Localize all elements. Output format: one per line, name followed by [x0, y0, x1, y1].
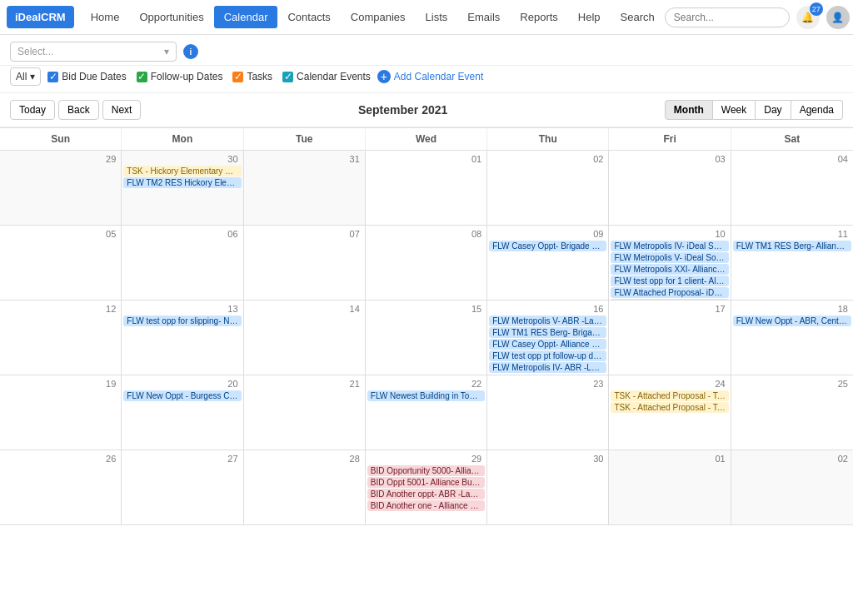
calendar-cell[interactable]: 10FLW Metropolis IV- iDeal Software...FL… — [609, 226, 731, 301]
view-week-button[interactable]: Week — [713, 100, 756, 120]
back-button[interactable]: Back — [58, 100, 99, 120]
nav-right: 🔔 27 👤 ⏻ — [665, 6, 853, 29]
calendar-cell[interactable]: 28 — [244, 450, 366, 525]
calendar-cell[interactable]: 22FLW Newest Building in Town- Alli... — [366, 375, 487, 450]
calendar-cell[interactable]: 30 — [487, 450, 609, 525]
date-number: 01 — [367, 152, 485, 166]
calendar-cell[interactable]: 06 — [122, 226, 243, 301]
calendar-cell[interactable]: 31 — [244, 151, 366, 226]
nav-item-emails[interactable]: Emails — [457, 6, 510, 28]
calendar-cell[interactable]: 20FLW New Oppt - Burgess Constru... — [122, 375, 243, 450]
calendar-cell[interactable]: 24TSK - Attached Proposal - Task ...TSK … — [609, 375, 731, 450]
checkbox-bid-due-dates[interactable]: ✓Bid Due Dates — [47, 71, 126, 82]
calendar-cell[interactable]: 04 — [731, 151, 853, 226]
calendar-cell[interactable]: 12 — [0, 301, 122, 375]
calendar-cell[interactable]: 09FLW Casey Oppt- Brigade General... — [487, 226, 609, 301]
nav-item-companies[interactable]: Companies — [341, 6, 416, 28]
nav-item-opportunities[interactable]: Opportunities — [129, 6, 213, 28]
calendar-event[interactable]: FLW TM1 RES Berg- Brigade Gene... — [489, 327, 606, 338]
checkbox-follow-up-dates[interactable]: ✓Follow-up Dates — [137, 71, 223, 82]
calendar-event[interactable]: TSK - Attached Proposal - Task ... — [611, 390, 728, 401]
nav-item-help[interactable]: Help — [568, 6, 611, 28]
date-number: 30 — [489, 452, 606, 465]
calendar-event[interactable]: FLW Metropolis V- ABR -Laura A — [489, 315, 606, 326]
calendar-event[interactable]: FLW TM1 RES Berg- Alliance Build... — [733, 241, 851, 251]
calendar-event[interactable]: BID Oppt 5001- Alliance Builders -... — [367, 477, 485, 488]
nav-item-home[interactable]: Home — [81, 6, 130, 28]
filter-all-select[interactable]: All ▾ — [10, 67, 41, 86]
calendar-event[interactable]: FLW test opp for slipping- New C... — [123, 315, 241, 326]
calendar-cell[interactable]: 18FLW New Oppt - ABR, Centron -La... — [731, 301, 853, 375]
nav-item-reports[interactable]: Reports — [510, 6, 568, 28]
calendar-event[interactable]: FLW Metropolis XXI- Alliance Buil... — [611, 264, 728, 275]
view-agenda-button[interactable]: Agenda — [791, 100, 843, 120]
calendar-cell[interactable]: 26 — [0, 450, 122, 525]
calendar-event[interactable]: TSK - Hickory Elementary Scho... — [123, 166, 241, 176]
calendar-event[interactable]: FLW Casey Oppt- Brigade General... — [489, 241, 606, 251]
add-calendar-event-button[interactable]: + Add Calendar Event — [377, 70, 483, 83]
checkbox-calendar-events[interactable]: ✓Calendar Events — [282, 71, 371, 82]
calendar-cell[interactable]: 21 — [244, 375, 366, 450]
calendar-cell[interactable]: 19 — [0, 375, 122, 450]
orange-checkbox-icon: ✓ — [232, 72, 243, 82]
date-number: 05 — [2, 227, 119, 241]
nav-item-calendar[interactable]: Calendar — [214, 6, 278, 28]
next-button[interactable]: Next — [102, 100, 142, 120]
calendar-cell[interactable]: 08 — [366, 226, 487, 301]
calendar-cell[interactable]: 17 — [609, 301, 731, 375]
calendar-cell[interactable]: 23 — [487, 375, 609, 450]
calendar-event[interactable]: TSK - Attached Proposal - Task ... — [611, 402, 728, 413]
view-day-button[interactable]: Day — [756, 100, 791, 120]
nav-items: HomeOpportunitiesCalendarContactsCompani… — [81, 6, 665, 28]
calendar-cell[interactable]: 13FLW test opp for slipping- New C... — [122, 301, 243, 375]
search-input[interactable] — [665, 7, 790, 27]
calendar-cell[interactable]: 15 — [366, 301, 487, 375]
calendar-cell[interactable]: 30TSK - Hickory Elementary Scho...FLW TM… — [122, 151, 243, 226]
nav-item-search[interactable]: Search — [611, 6, 665, 28]
plus-icon: + — [377, 70, 391, 83]
view-month-button[interactable]: Month — [665, 100, 713, 120]
calendar-cell[interactable]: 29 — [0, 151, 122, 226]
calendar-cell[interactable]: 01 — [366, 151, 487, 226]
user-avatar[interactable]: 👤 — [826, 6, 850, 29]
calendar-cell[interactable]: 29BID Opportunity 5000- Alliance B...BID… — [366, 450, 487, 525]
calendar-cell[interactable]: 25 — [731, 375, 853, 450]
calendar-event[interactable]: BID Opportunity 5000- Alliance B... — [367, 465, 485, 476]
info-icon[interactable]: i — [183, 44, 198, 59]
calendar-event[interactable]: FLW Metropolis V- iDeal Software ... — [611, 252, 728, 263]
calendar-cell[interactable]: 02 — [487, 151, 609, 226]
checkbox-tasks[interactable]: ✓Tasks — [232, 71, 272, 82]
calendar-cell[interactable]: 03 — [609, 151, 731, 226]
notification-badge: 27 — [810, 2, 823, 16]
calendar-event[interactable]: FLW Metropolis IV- ABR -Laura A — [489, 362, 606, 373]
date-number: 22 — [367, 377, 485, 390]
calendar-cell[interactable]: 27 — [122, 450, 243, 525]
calendar-event[interactable]: FLW New Oppt - ABR, Centron -La... — [733, 315, 851, 326]
calendar-event[interactable]: BID Another one - Alliance Builder... — [367, 500, 485, 511]
date-number: 26 — [2, 452, 119, 465]
calendar-cell[interactable]: 01 — [609, 450, 731, 525]
nav-buttons: TodayBackNext — [10, 100, 141, 120]
calendar-event[interactable]: FLW test opp pt follow-up date- i... — [489, 350, 606, 361]
calendar-event[interactable]: BID Another oppt- ABR -Laura A — [367, 489, 485, 499]
select-dropdown[interactable]: Select... ▾ — [10, 42, 177, 62]
calendar-event[interactable]: FLW Casey Oppt- Alliance Builders... — [489, 339, 606, 350]
date-number: 30 — [123, 152, 241, 166]
today-button[interactable]: Today — [10, 100, 55, 120]
calendar-cell[interactable]: 05 — [0, 226, 122, 301]
calendar-cell[interactable]: 14 — [244, 301, 366, 375]
calendar-event[interactable]: FLW New Oppt - Burgess Constru... — [123, 390, 241, 401]
calendar-event[interactable]: FLW test opp for 1 client- Alliance.... — [611, 276, 728, 286]
calendar-cell[interactable]: 02 — [731, 450, 853, 525]
calendar-event[interactable]: FLW Metropolis IV- iDeal Software... — [611, 241, 728, 251]
calendar-cell[interactable]: 16FLW Metropolis V- ABR -Laura AFLW TM1 … — [487, 301, 609, 375]
calendar-event[interactable]: FLW Newest Building in Town- Alli... — [367, 390, 485, 401]
calendar-event[interactable]: FLW Attached Proposal- iDeal Sof... — [611, 287, 728, 298]
calendar-cell[interactable]: 07 — [244, 226, 366, 301]
calendar-event[interactable]: FLW TM2 RES Hickory Elementary ... — [123, 177, 241, 188]
notifications-button[interactable]: 🔔 27 — [796, 6, 820, 29]
nav-item-lists[interactable]: Lists — [416, 6, 458, 28]
calendar-header: SunMonTueWedThuFriSat — [0, 127, 853, 151]
calendar-cell[interactable]: 11FLW TM1 RES Berg- Alliance Build... — [731, 226, 853, 301]
nav-item-contacts[interactable]: Contacts — [277, 6, 340, 28]
